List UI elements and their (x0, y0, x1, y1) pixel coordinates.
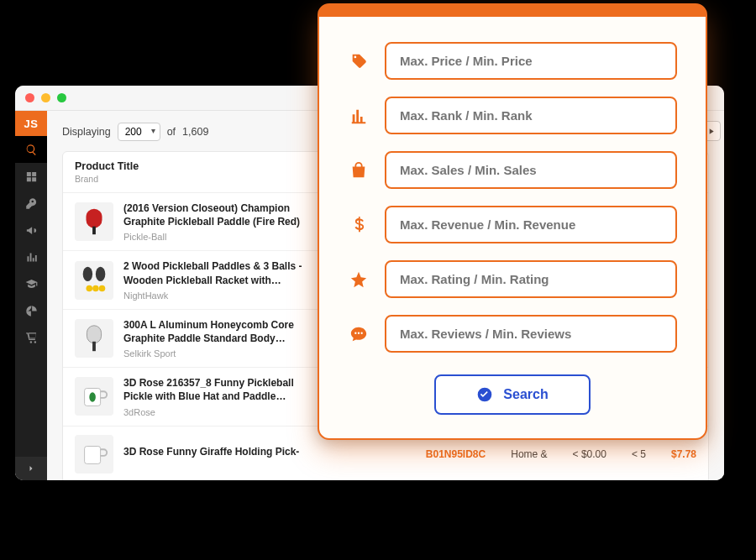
mug2-icon (78, 438, 110, 470)
svg-point-7 (99, 285, 106, 291)
sidebar-item-globe[interactable] (15, 297, 47, 324)
units-cell: < 5 (632, 448, 646, 460)
filter-row-price (348, 42, 677, 80)
magnifier-icon (25, 144, 38, 156)
svg-point-3 (83, 266, 92, 280)
bag-icon (348, 161, 370, 180)
asin-cell: B01N95ID8C (426, 448, 486, 460)
bars-icon (25, 251, 38, 264)
product-thumb (75, 377, 113, 416)
check-circle-icon (476, 386, 493, 403)
app-logo[interactable]: JS (15, 111, 47, 136)
sidebar-item-keywords[interactable] (15, 190, 47, 217)
wood-paddles-icon (78, 264, 110, 296)
tag-icon (348, 52, 370, 71)
chevron-right-icon (26, 463, 36, 474)
paddle-red-icon (78, 206, 110, 238)
star-icon (348, 270, 370, 289)
product-brand: 3dRose (123, 407, 318, 417)
svg-point-13 (89, 393, 96, 402)
mug-icon (78, 380, 110, 412)
revenue-filter-input[interactable] (385, 206, 677, 243)
product-brand: Pickle-Ball (123, 232, 318, 242)
rank-filter-input[interactable] (385, 97, 677, 134)
window-maximize-dot[interactable] (57, 93, 66, 102)
displaying-label: Displaying (62, 126, 111, 138)
product-title: 300A L Aluminum Honeycomb Core Graphite … (123, 318, 318, 345)
page-size-select[interactable]: 200 (118, 123, 160, 141)
megaphone-icon (25, 224, 38, 237)
col-title: Product Title (75, 160, 327, 172)
play-icon (706, 127, 716, 136)
filter-row-rank (348, 97, 677, 134)
svg-rect-1 (92, 227, 96, 235)
filter-row-rating (348, 260, 677, 298)
search-button[interactable]: Search (434, 374, 590, 415)
price-filter-input[interactable] (385, 42, 677, 80)
svg-point-4 (96, 266, 105, 280)
svg-rect-9 (87, 326, 101, 343)
dollar-icon (348, 216, 370, 234)
product-title: 3D Rose Funny Giraffe Holding Pick- (123, 445, 318, 458)
filter-row-reviews (348, 315, 677, 353)
product-brand: Selkirk Sport (123, 348, 318, 359)
product-thumb (75, 261, 113, 300)
row-metrics: B01N95ID8C Home & < $0.00 < 5 $7.78 (426, 448, 696, 460)
svg-rect-10 (92, 342, 96, 351)
product-title: (2016 Version Closeout) Champion Graphit… (123, 201, 318, 228)
sidebar-item-analytics[interactable] (15, 243, 47, 270)
pie-icon (25, 305, 38, 317)
total-count: 1,609 (182, 126, 208, 138)
svg-point-5 (87, 285, 93, 291)
svg-point-6 (92, 285, 99, 291)
category-cell: Home & (511, 448, 547, 460)
sidebar: JS (15, 111, 47, 480)
speech-icon (348, 325, 370, 343)
col-sub: Brand (75, 174, 327, 184)
product-brand: NightHawk (123, 290, 318, 301)
sidebar-item-announce[interactable] (15, 217, 47, 243)
sales-cell: < $0.00 (573, 448, 606, 460)
sidebar-collapse[interactable] (15, 457, 47, 480)
svg-rect-0 (87, 209, 102, 228)
of-label: of (167, 126, 176, 138)
paddle-grey-icon (78, 322, 110, 354)
cart-icon (25, 332, 38, 344)
product-title: 3D Rose 216357_8 Funny Pickleball Pickle… (123, 376, 318, 403)
sales-filter-input[interactable] (385, 151, 677, 189)
chart-icon (348, 107, 370, 125)
sidebar-item-search[interactable] (15, 136, 47, 163)
svg-rect-15 (85, 446, 101, 463)
product-thumb (75, 202, 113, 241)
sidebar-item-dashboard[interactable] (15, 163, 47, 190)
reviews-filter-input[interactable] (385, 315, 677, 353)
product-thumb (75, 319, 113, 358)
filter-row-sales (348, 151, 677, 189)
graduation-icon (25, 278, 38, 290)
window-minimize-dot[interactable] (41, 93, 50, 102)
filter-row-revenue (348, 206, 677, 243)
product-title: 2 Wood Pickleball Paddles & 3 Balls - Wo… (123, 259, 318, 286)
product-thumb (75, 435, 113, 474)
filter-panel: Search (318, 3, 707, 440)
key-icon (25, 197, 38, 210)
sidebar-item-academy[interactable] (15, 270, 47, 297)
rating-filter-input[interactable] (385, 260, 677, 298)
grid-icon (25, 170, 38, 183)
sidebar-item-cart[interactable] (15, 324, 47, 351)
price-cell: $7.78 (671, 448, 696, 460)
window-close-dot[interactable] (25, 93, 34, 102)
search-button-label: Search (503, 387, 548, 402)
